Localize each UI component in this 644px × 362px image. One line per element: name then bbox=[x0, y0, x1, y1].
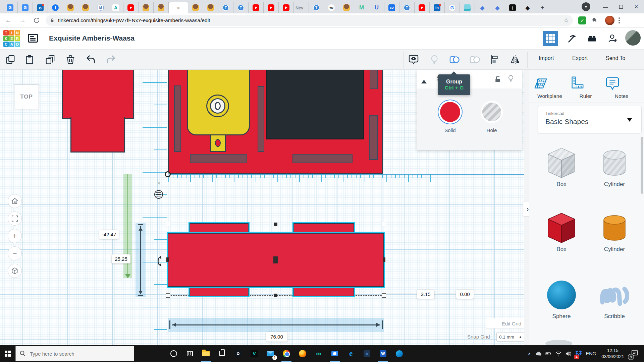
dropbox-icon[interactable]: 4 bbox=[574, 345, 584, 362]
taskbar-app-cortana[interactable] bbox=[166, 345, 182, 362]
taskbar-app-mail[interactable]: 1 bbox=[262, 345, 278, 362]
taskbar-app-firefox[interactable] bbox=[294, 345, 311, 362]
edit-grid-button[interactable]: Edit Grid bbox=[486, 318, 525, 328]
plate-slot[interactable] bbox=[258, 86, 264, 152]
taskbar-app-predator[interactable]: V bbox=[246, 345, 262, 362]
shape-item-scribble[interactable]: Scribble bbox=[596, 278, 633, 320]
send-to-button[interactable]: Send To bbox=[606, 55, 625, 61]
language-indicator[interactable]: ENG bbox=[584, 345, 598, 362]
browser-tab[interactable] bbox=[78, 2, 93, 13]
sidebar-collapse-button[interactable]: › bbox=[523, 201, 529, 217]
browser-tab[interactable]: 3D bbox=[384, 2, 399, 13]
paste-button[interactable] bbox=[24, 54, 35, 65]
browser-tab[interactable]: M bbox=[93, 2, 108, 13]
browser-profile-avatar[interactable] bbox=[605, 16, 614, 25]
shape-item-box[interactable]: Box bbox=[543, 146, 580, 188]
fit-view-button[interactable] bbox=[8, 212, 22, 226]
notes-tool[interactable]: Notes bbox=[605, 76, 638, 99]
copy-button[interactable] bbox=[5, 54, 16, 65]
taskbar-clock[interactable]: 12:15 03/06/2021 bbox=[598, 348, 627, 359]
edge-handle[interactable] bbox=[383, 257, 385, 262]
browser-tab[interactable]: ◆ bbox=[490, 2, 505, 13]
browser-tab[interactable]: G bbox=[3, 2, 18, 13]
shape-library-dropdown[interactable]: Tinkercad Basic Shapes bbox=[538, 106, 642, 133]
browser-tab[interactable]: ◆ bbox=[520, 2, 535, 13]
taskbar-app-store[interactable] bbox=[214, 345, 230, 362]
measurement-offset[interactable]: -42.47 bbox=[99, 230, 119, 239]
minimize-button[interactable]: — bbox=[598, 0, 613, 13]
plate-slot[interactable] bbox=[292, 154, 353, 163]
share-user-button[interactable] bbox=[605, 31, 621, 46]
selected-shape-tab[interactable] bbox=[293, 286, 354, 296]
taskbar-app-steam[interactable] bbox=[230, 345, 246, 362]
browser-tab[interactable]: in bbox=[430, 2, 445, 13]
notification-center-icon[interactable]: 9 bbox=[627, 345, 642, 362]
export-button[interactable]: Export bbox=[572, 55, 588, 61]
shape-item-sphere[interactable]: Sphere bbox=[543, 278, 580, 320]
taskbar-app-chrome[interactable] bbox=[278, 345, 294, 362]
reload-button[interactable] bbox=[31, 15, 42, 26]
browser-tab[interactable] bbox=[415, 2, 430, 13]
sidebar-scrollbar-thumb[interactable] bbox=[641, 137, 643, 194]
browser-tab[interactable]: Nev bbox=[294, 2, 309, 13]
browser-tab[interactable]: we bbox=[324, 2, 339, 13]
taskbar-app-taskview[interactable] bbox=[182, 345, 198, 362]
minecraft-export-button[interactable] bbox=[564, 31, 579, 46]
show-desktop-button[interactable] bbox=[642, 345, 644, 362]
browser-tab-active[interactable]: × bbox=[169, 2, 188, 13]
shape-item-cylinder[interactable]: Cylinder bbox=[596, 211, 633, 253]
measurement-zero[interactable]: 0.00 bbox=[456, 290, 474, 299]
scale-handle[interactable] bbox=[382, 222, 386, 226]
plate-slot[interactable] bbox=[174, 85, 181, 152]
browser-tab[interactable]: A bbox=[108, 2, 123, 13]
browser-tab[interactable]: M bbox=[354, 2, 369, 13]
tab-close-icon[interactable]: × bbox=[177, 5, 180, 10]
browser-tab[interactable]: o bbox=[33, 2, 48, 13]
delete-button[interactable] bbox=[65, 54, 76, 65]
browser-menu-icon[interactable] bbox=[619, 17, 620, 23]
taskbar-app-camera[interactable] bbox=[327, 345, 343, 362]
browser-tab[interactable] bbox=[264, 2, 279, 13]
redo-button[interactable] bbox=[105, 54, 116, 65]
view-cube[interactable]: TOP bbox=[14, 84, 39, 109]
design-canvas[interactable]: × -42.47 25.25 bbox=[0, 70, 529, 345]
browser-tab[interactable] bbox=[154, 2, 169, 13]
measurement-gap[interactable]: 3.15 bbox=[417, 290, 434, 299]
edge-handle[interactable] bbox=[274, 294, 277, 297]
browser-tab[interactable]: ◆ bbox=[475, 2, 490, 13]
adblock-extension-icon[interactable]: ✓ bbox=[578, 16, 586, 24]
browser-tab[interactable] bbox=[279, 2, 294, 13]
ruler-origin-handle[interactable] bbox=[165, 171, 171, 177]
hole-option[interactable] bbox=[482, 103, 501, 121]
blocks-view-button[interactable] bbox=[543, 31, 558, 46]
browser-tab[interactable]: T bbox=[233, 2, 249, 13]
browser-tab[interactable]: T bbox=[218, 2, 233, 13]
search-input[interactable] bbox=[30, 351, 124, 357]
home-view-button[interactable] bbox=[8, 194, 22, 208]
extensions-puzzle-icon[interactable] bbox=[589, 15, 600, 26]
shape-dark-block[interactable] bbox=[266, 70, 364, 139]
show-all-button[interactable] bbox=[408, 54, 419, 65]
browser-tab[interactable]: f bbox=[48, 2, 63, 13]
start-button[interactable] bbox=[0, 345, 15, 362]
restore-button[interactable] bbox=[613, 0, 629, 13]
browser-tab[interactable] bbox=[460, 2, 475, 13]
scale-handle[interactable] bbox=[166, 293, 170, 298]
snap-grid-select[interactable]: 0.1 mm▲ bbox=[496, 332, 525, 342]
volume-icon[interactable] bbox=[564, 345, 574, 362]
onedrive-icon[interactable] bbox=[533, 345, 543, 362]
selected-shape-tab[interactable] bbox=[293, 223, 354, 234]
browser-tab[interactable]: T bbox=[309, 2, 324, 13]
solid-option[interactable] bbox=[440, 102, 460, 122]
measurement-width[interactable]: 76.00 bbox=[266, 332, 287, 342]
undo-button[interactable] bbox=[85, 54, 97, 65]
zoom-out-button[interactable]: − bbox=[8, 246, 22, 260]
lock-open-icon[interactable] bbox=[494, 74, 502, 84]
forward-button[interactable]: → bbox=[17, 15, 28, 26]
group-button[interactable] bbox=[449, 54, 460, 65]
address-bar[interactable]: tinkercad.com/things/6kEpW7fENxY-exquisi… bbox=[46, 15, 573, 26]
close-button[interactable]: × bbox=[629, 0, 644, 13]
ruler-tool[interactable]: Ruler bbox=[569, 76, 602, 99]
browser-tab[interactable] bbox=[339, 2, 354, 13]
taskbar-app-edge[interactable] bbox=[391, 345, 407, 362]
